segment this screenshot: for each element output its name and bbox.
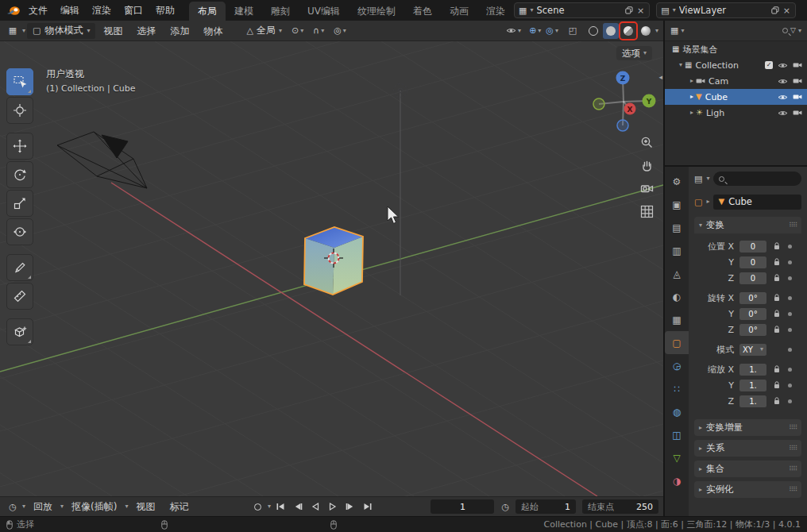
menu-keying[interactable]: 抠像(插帧): [65, 496, 123, 517]
tool-measure[interactable]: [6, 283, 33, 310]
props-tab-render[interactable]: ▣: [665, 193, 689, 216]
overlays-toggle[interactable]: ◎ ▾: [546, 26, 558, 35]
animate-dot[interactable]: [788, 328, 792, 332]
tab-layout[interactable]: 布局: [189, 2, 226, 21]
section-instancing[interactable]: ▸ 实例化 ⠿⠿: [694, 481, 801, 498]
tab-sculpting[interactable]: 雕刻: [262, 2, 299, 21]
hide-eye-icon[interactable]: [778, 110, 788, 117]
properties-search-input[interactable]: [713, 172, 801, 186]
lock-icon[interactable]: [772, 274, 782, 282]
menu-view[interactable]: 视图: [97, 21, 129, 41]
shading-material-button[interactable]: [620, 23, 636, 39]
tab-texture-paint[interactable]: 纹理绘制: [349, 2, 404, 21]
play-reverse-button[interactable]: [307, 499, 323, 514]
tab-uv-editing[interactable]: UV编辑: [299, 2, 349, 21]
blender-logo-icon[interactable]: [5, 6, 22, 16]
location-z-field[interactable]: 0: [739, 272, 766, 284]
grip-icon[interactable]: ⠿⠿: [789, 445, 797, 452]
outliner-row-scene-collection[interactable]: ▦ 场景集合: [665, 41, 807, 57]
unlink-scene-icon[interactable]: ×: [636, 6, 645, 15]
lock-icon[interactable]: [772, 397, 782, 405]
tool-move[interactable]: [6, 133, 33, 160]
hide-eye-icon[interactable]: [778, 94, 788, 101]
animate-dot[interactable]: [788, 399, 792, 403]
outliner-row-cube[interactable]: ▸ ▼ Cube: [665, 89, 807, 105]
scale-x-field[interactable]: 1.: [739, 364, 766, 376]
animate-dot[interactable]: [788, 276, 792, 280]
jump-to-start-button[interactable]: [272, 499, 288, 514]
menu-view-timeline[interactable]: 视图: [129, 496, 161, 517]
disable-render-camera-icon[interactable]: [793, 110, 802, 116]
camera-view-button[interactable]: [638, 179, 655, 197]
cube-object[interactable]: [304, 227, 363, 295]
animate-dot[interactable]: [788, 245, 792, 249]
props-tab-object[interactable]: ▢: [665, 331, 689, 354]
props-tab-particles[interactable]: ∷: [665, 377, 689, 400]
menu-playback[interactable]: 回放: [27, 496, 59, 517]
section-relations[interactable]: ▸ 关系 ⠿⠿: [694, 440, 801, 457]
hide-eye-icon[interactable]: [778, 62, 788, 69]
properties-editor-icon[interactable]: ▤: [694, 175, 702, 183]
props-tab-data[interactable]: ▽: [665, 446, 689, 469]
rotation-z-field[interactable]: 0°: [739, 324, 766, 336]
menu-add[interactable]: 添加: [164, 21, 195, 41]
tab-shading[interactable]: 着色: [404, 2, 441, 21]
lock-icon[interactable]: [772, 310, 782, 318]
outliner-editor-icon[interactable]: ▦: [670, 26, 678, 35]
menu-file[interactable]: 文件: [22, 0, 54, 21]
scale-y-field[interactable]: 1.: [739, 380, 766, 391]
xray-toggle[interactable]: ◰: [565, 23, 581, 39]
frame-start-field[interactable]: 起始 1: [515, 499, 576, 514]
section-collections[interactable]: ▸ 集合 ⠿⠿: [694, 461, 801, 477]
play-button[interactable]: [325, 499, 341, 514]
grip-icon[interactable]: ⠿⠿: [789, 424, 797, 431]
location-x-field[interactable]: 0: [739, 241, 766, 253]
props-tab-constraints[interactable]: ◫: [665, 423, 689, 446]
props-tab-view-layer[interactable]: ▥: [665, 239, 689, 262]
tab-modeling[interactable]: 建模: [226, 2, 262, 21]
tool-annotate[interactable]: [6, 254, 33, 281]
object-name-field[interactable]: ▼ Cube: [713, 195, 801, 210]
disclosure-icon[interactable]: ▸: [690, 78, 693, 84]
grip-icon[interactable]: ⠿⠿: [789, 222, 797, 229]
menu-markers[interactable]: 标记: [163, 496, 195, 517]
lock-icon[interactable]: [772, 242, 782, 250]
frame-end-field[interactable]: 结束点 250: [582, 499, 658, 514]
props-tab-physics[interactable]: ◍: [665, 400, 689, 423]
transform-panel-header[interactable]: ▾ 变换 ⠿⠿: [694, 217, 801, 233]
animate-dot[interactable]: [788, 312, 792, 316]
animate-dot[interactable]: [788, 384, 792, 387]
rotation-x-field[interactable]: 0°: [739, 292, 766, 304]
animate-dot[interactable]: [788, 368, 792, 372]
transform-orientation[interactable]: △ 全局 ▾: [246, 24, 281, 37]
props-tab-output[interactable]: ▤: [665, 216, 689, 239]
next-keyframe-button[interactable]: [342, 499, 358, 514]
lock-icon[interactable]: [772, 381, 782, 389]
record-button[interactable]: [250, 499, 266, 514]
collection-checkbox[interactable]: ✓: [765, 61, 773, 69]
search-icon[interactable]: [782, 28, 788, 33]
ortho-grid-button[interactable]: [638, 202, 655, 220]
scene-name[interactable]: Scene: [537, 5, 623, 16]
rotation-y-field[interactable]: 0°: [739, 308, 766, 320]
remove-viewlayer-icon[interactable]: ×: [782, 6, 791, 15]
props-tab-collection[interactable]: ▦: [665, 308, 689, 331]
visibility-button[interactable]: ▾: [506, 27, 521, 34]
navigation-gizmo[interactable]: Z Y X: [593, 71, 656, 132]
filter-icon[interactable]: ▽: [790, 27, 796, 34]
new-viewlayer-icon[interactable]: [771, 6, 779, 14]
tool-add-cube[interactable]: [6, 318, 33, 345]
animate-dot[interactable]: [788, 296, 792, 300]
options-dropdown[interactable]: 选项 ▾: [616, 46, 652, 60]
lock-icon[interactable]: [772, 294, 782, 302]
gizmo-neg-y[interactable]: [593, 98, 604, 110]
timeline-editor-button[interactable]: ◷: [5, 499, 21, 515]
disable-render-camera-icon[interactable]: [793, 94, 802, 100]
scene-selector[interactable]: ▦ ▾ Scene ×: [514, 2, 650, 18]
menu-object[interactable]: 物体: [197, 21, 229, 41]
disclosure-icon[interactable]: ▸: [690, 110, 693, 116]
grip-icon[interactable]: ⠿⠿: [789, 465, 797, 472]
lock-icon[interactable]: [772, 326, 782, 333]
pivot-point-button[interactable]: ⊙ ▾: [292, 26, 303, 35]
new-scene-icon[interactable]: [625, 6, 633, 14]
